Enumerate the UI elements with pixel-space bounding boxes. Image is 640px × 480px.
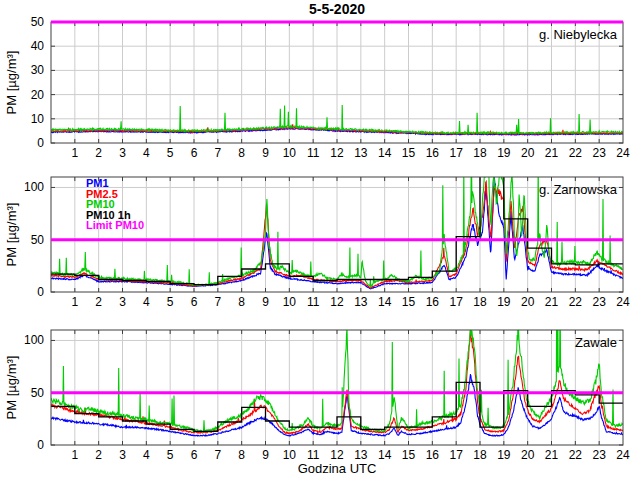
x-tick-label: 2 xyxy=(95,448,102,462)
x-tick-label: 17 xyxy=(449,448,463,462)
x-tick-label: 15 xyxy=(402,448,416,462)
y-tick-label: 0 xyxy=(37,438,44,452)
y-tick-label: 30 xyxy=(31,63,45,77)
x-tick-label: 16 xyxy=(426,448,440,462)
x-tick-label: 22 xyxy=(569,146,583,160)
x-tick-label: 15 xyxy=(402,146,416,160)
x-tick-label: 19 xyxy=(497,146,511,160)
y-tick-label: 0 xyxy=(37,136,44,150)
x-tick-label: 16 xyxy=(426,146,440,160)
x-tick-label: 2 xyxy=(95,295,102,309)
station-label: g. Niebylecka xyxy=(539,27,618,42)
x-tick-label: 7 xyxy=(214,448,221,462)
x-tick-label: 6 xyxy=(191,295,198,309)
x-tick-label: 9 xyxy=(262,146,269,160)
x-tick-label: 1 xyxy=(71,295,78,309)
subplot-g. Niebylecka: 0102030405012345678910111213141516171819… xyxy=(4,15,630,160)
subplot-Zawale: 0501001234567891011121314151617181920212… xyxy=(4,296,630,463)
x-tick-label: 13 xyxy=(354,448,368,462)
x-tick-label: 16 xyxy=(426,295,440,309)
x-tick-label: 21 xyxy=(545,448,559,462)
x-tick-label: 2 xyxy=(95,146,102,160)
x-tick-label: 1 xyxy=(71,448,78,462)
x-tick-label: 18 xyxy=(473,448,487,462)
x-tick-label: 23 xyxy=(592,146,606,160)
x-tick-label: 12 xyxy=(330,295,344,309)
x-axis-label: Godzina UTC xyxy=(298,461,377,476)
x-tick-label: 20 xyxy=(521,448,535,462)
legend-item: Limit PM10 xyxy=(86,219,144,231)
x-tick-label: 6 xyxy=(191,146,198,160)
y-axis-label: PM [µg/m³] xyxy=(4,356,19,420)
x-tick-label: 19 xyxy=(497,295,511,309)
x-tick-label: 4 xyxy=(143,448,150,462)
x-tick-label: 9 xyxy=(262,448,269,462)
y-tick-label: 40 xyxy=(31,39,45,53)
x-tick-label: 7 xyxy=(214,146,221,160)
x-tick-label: 20 xyxy=(521,295,535,309)
x-tick-label: 20 xyxy=(521,146,535,160)
x-tick-label: 7 xyxy=(214,295,221,309)
x-tick-label: 24 xyxy=(616,295,630,309)
x-tick-label: 14 xyxy=(378,146,392,160)
station-label: g. Zarnowska xyxy=(539,182,618,197)
x-tick-label: 8 xyxy=(238,146,245,160)
y-tick-label: 0 xyxy=(37,285,44,299)
x-tick-label: 11 xyxy=(307,295,320,309)
x-tick-label: 10 xyxy=(283,448,297,462)
x-tick-label: 18 xyxy=(473,146,487,160)
x-tick-label: 6 xyxy=(191,448,198,462)
x-tick-label: 3 xyxy=(119,448,126,462)
x-tick-label: 23 xyxy=(592,295,606,309)
y-tick-label: 10 xyxy=(31,112,45,126)
station-label: Zawale xyxy=(575,335,617,350)
y-tick-label: 50 xyxy=(31,233,45,247)
x-tick-label: 21 xyxy=(545,295,559,309)
x-tick-label: 3 xyxy=(119,295,126,309)
y-tick-label: 100 xyxy=(24,333,44,347)
x-tick-label: 5 xyxy=(167,295,174,309)
x-tick-label: 12 xyxy=(330,448,344,462)
x-tick-label: 22 xyxy=(569,295,583,309)
x-tick-label: 14 xyxy=(378,448,392,462)
x-tick-label: 11 xyxy=(307,146,320,160)
x-tick-label: 12 xyxy=(330,146,344,160)
y-axis-label: PM [µg/m³] xyxy=(4,203,19,267)
y-tick-label: 50 xyxy=(31,15,45,29)
x-tick-label: 1 xyxy=(71,146,78,160)
y-tick-label: 100 xyxy=(24,180,44,194)
x-tick-label: 18 xyxy=(473,295,487,309)
x-tick-label: 8 xyxy=(238,448,245,462)
x-tick-label: 17 xyxy=(449,146,463,160)
x-tick-label: 23 xyxy=(592,448,606,462)
x-tick-label: 17 xyxy=(449,295,463,309)
x-tick-label: 15 xyxy=(402,295,416,309)
x-tick-label: 11 xyxy=(307,448,320,462)
x-tick-label: 5 xyxy=(167,146,174,160)
x-tick-label: 24 xyxy=(616,146,630,160)
x-tick-label: 24 xyxy=(616,448,630,462)
pm-figure: 5-5-2020 0102030405012345678910111213141… xyxy=(0,0,640,480)
plots-canvas: 0102030405012345678910111213141516171819… xyxy=(0,0,640,480)
y-tick-label: 20 xyxy=(31,88,45,102)
x-tick-label: 4 xyxy=(143,146,150,160)
x-tick-label: 9 xyxy=(262,295,269,309)
x-tick-label: 5 xyxy=(167,448,174,462)
x-tick-label: 10 xyxy=(283,295,297,309)
x-tick-label: 8 xyxy=(238,295,245,309)
x-tick-label: 3 xyxy=(119,146,126,160)
x-tick-label: 4 xyxy=(143,295,150,309)
x-tick-label: 22 xyxy=(569,448,583,462)
x-tick-label: 21 xyxy=(545,146,559,160)
x-tick-label: 19 xyxy=(497,448,511,462)
subplot-g. Zarnowska: 0501001234567891011121314151617181920212… xyxy=(4,143,630,310)
x-tick-label: 13 xyxy=(354,295,368,309)
y-tick-label: 50 xyxy=(31,386,45,400)
x-tick-label: 14 xyxy=(378,295,392,309)
y-axis-label: PM [µg/m³] xyxy=(4,51,19,115)
x-tick-label: 13 xyxy=(354,146,368,160)
x-tick-label: 10 xyxy=(283,146,297,160)
